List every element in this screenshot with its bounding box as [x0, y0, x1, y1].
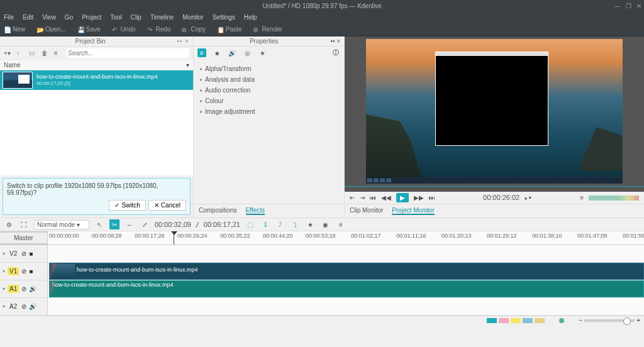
- new-folder-icon[interactable]: ▭: [29, 50, 36, 57]
- menu-edit[interactable]: Edit: [23, 14, 33, 21]
- cancel-button[interactable]: ✕ Cancel: [148, 200, 186, 211]
- panel-menu-icon[interactable]: •• ×: [330, 38, 340, 45]
- master-track-header[interactable]: Master: [0, 231, 48, 245]
- search-input[interactable]: [67, 48, 189, 58]
- color-tag[interactable]: [511, 318, 521, 323]
- selection-tool-icon[interactable]: ↖: [94, 219, 104, 229]
- track-header[interactable]: ▾V1⊘■: [0, 263, 48, 280]
- lift-icon[interactable]: ⤵: [291, 219, 301, 229]
- open-button[interactable]: 📂Open...: [36, 26, 66, 33]
- mute-icon[interactable]: ⊘: [21, 303, 26, 310]
- effect-category[interactable]: Image adjustment: [200, 106, 338, 117]
- switch-button[interactable]: ✓ Switch: [109, 200, 145, 211]
- mute-icon[interactable]: ⊘: [21, 250, 26, 257]
- mute-icon[interactable]: ⊘: [21, 268, 26, 275]
- zoom-in-icon[interactable]: +: [636, 317, 640, 324]
- edit-mode-select[interactable]: Normal mode ▾: [34, 220, 89, 229]
- fit-icon[interactable]: ⤢: [140, 219, 150, 229]
- color-tag[interactable]: [487, 318, 497, 323]
- zone-end-icon[interactable]: ⇥: [360, 194, 365, 201]
- info-icon[interactable]: ⓘ: [331, 48, 340, 57]
- color-tag[interactable]: [499, 318, 509, 323]
- tab-compositions[interactable]: Compositions: [199, 207, 237, 215]
- track-header[interactable]: ▾V2⊘■: [0, 245, 48, 262]
- insert-icon[interactable]: ⬚: [245, 219, 255, 229]
- color-tag[interactable]: [535, 318, 545, 323]
- play-button[interactable]: ▶: [396, 193, 409, 202]
- track-header[interactable]: ▾A1⊘🔊: [0, 280, 48, 297]
- audio-effects-icon[interactable]: 🔊: [228, 48, 236, 57]
- menu-help[interactable]: Help: [244, 14, 257, 21]
- menu-file[interactable]: File: [4, 14, 14, 21]
- fade-handle[interactable]: [50, 281, 57, 297]
- menu-settings[interactable]: Settings: [213, 14, 235, 21]
- audio-icon[interactable]: 🔊: [29, 285, 36, 292]
- tab-clip-monitor[interactable]: Clip Monitor: [350, 207, 383, 215]
- zoom-slider[interactable]: [584, 319, 635, 322]
- playhead[interactable]: [174, 231, 174, 245]
- paste-button[interactable]: 📋Paste: [217, 26, 242, 33]
- folder-up-icon[interactable]: ↑: [16, 50, 24, 57]
- overwrite-icon[interactable]: ↧: [260, 219, 270, 229]
- gear-icon[interactable]: ⚙: [4, 219, 14, 229]
- fade-handle[interactable]: [50, 263, 57, 280]
- effect-category[interactable]: Analysis and data: [200, 74, 338, 85]
- new-button[interactable]: 📄New: [4, 26, 25, 33]
- video-clip[interactable]: how-to-create-mount-and-burn-isos-in-lin…: [49, 263, 644, 280]
- audio-icon[interactable]: 🔊: [29, 303, 36, 310]
- project-monitor[interactable]: [345, 36, 644, 186]
- maximize-icon[interactable]: ❐: [626, 3, 631, 9]
- av-icon[interactable]: ⛶: [19, 219, 29, 229]
- track-body[interactable]: [48, 245, 644, 262]
- mute-icon[interactable]: ⊘: [21, 285, 26, 292]
- menu-view[interactable]: View: [42, 14, 56, 21]
- tab-effects[interactable]: Effects: [246, 207, 265, 215]
- menu-tool[interactable]: Tool: [110, 14, 121, 21]
- track-header[interactable]: ▾A2⊘🔊: [0, 298, 48, 315]
- zone-start-icon[interactable]: ⇤: [350, 194, 355, 201]
- zoom-out-icon[interactable]: −: [579, 317, 582, 324]
- effect-category[interactable]: Audio correction: [200, 85, 338, 96]
- bin-name-header[interactable]: Name▾: [0, 60, 193, 70]
- menu-timeline[interactable]: Timeline: [150, 14, 174, 21]
- copy-button[interactable]: ⧉Copy: [182, 26, 205, 33]
- track-body[interactable]: how-to-create-mount-and-burn-isos-in-lin…: [48, 280, 644, 297]
- redo-button[interactable]: ↷Redo: [147, 26, 171, 33]
- tab-project-monitor[interactable]: Project Monitor: [392, 207, 434, 215]
- custom-effects-icon[interactable]: ◎: [243, 48, 252, 57]
- rewind-icon[interactable]: ⏮: [370, 194, 376, 201]
- color-tag[interactable]: [523, 318, 533, 323]
- project-bin-list[interactable]: how-to-create-mount-and-burn-isos-in-lin…: [0, 70, 193, 175]
- forward-icon[interactable]: ⏭: [429, 194, 435, 201]
- monitor-menu-icon[interactable]: ≡: [580, 194, 584, 201]
- track-body[interactable]: how-to-create-mount-and-burn-isos-in-lin…: [48, 263, 644, 280]
- minimize-icon[interactable]: —: [614, 3, 621, 9]
- favorite-icon[interactable]: ★: [306, 219, 316, 229]
- list-icon[interactable]: ≡: [336, 219, 346, 229]
- extract-icon[interactable]: ⤴: [275, 219, 286, 229]
- menu-monitor[interactable]: Monitor: [182, 14, 203, 21]
- video-icon[interactable]: ■: [29, 268, 33, 275]
- view-icon[interactable]: ≡: [54, 50, 62, 57]
- monitor-ruler[interactable]: [345, 186, 644, 192]
- timeline-ruler[interactable]: Master 00:00:00;00 00:00:08;28 00:00:17;…: [0, 231, 644, 245]
- timeline-position[interactable]: 00:00:32,09 / 00:06:17,21: [155, 221, 240, 229]
- undo-button[interactable]: ↶Undo: [112, 26, 136, 33]
- favorite-effects-icon[interactable]: ★: [258, 48, 267, 57]
- video-icon[interactable]: ■: [29, 250, 33, 257]
- monitor-timecode[interactable]: 00:00:26:02 ▴▾: [483, 194, 532, 202]
- menu-project[interactable]: Project: [82, 14, 101, 21]
- track-body[interactable]: [48, 298, 644, 315]
- preview-render-icon[interactable]: ◉: [321, 219, 331, 229]
- effect-category[interactable]: Alpha/Transform: [200, 63, 338, 74]
- add-clip-icon[interactable]: +▾: [4, 50, 11, 57]
- video-effects-icon[interactable]: ■: [213, 48, 221, 57]
- menu-go[interactable]: Go: [65, 14, 73, 21]
- delete-icon[interactable]: 🗑: [42, 50, 49, 57]
- prev-frame-icon[interactable]: ◀◀: [381, 194, 391, 201]
- main-effects-icon[interactable]: ≡: [197, 48, 206, 57]
- save-button[interactable]: 💾Save: [77, 26, 101, 33]
- menu-clip[interactable]: Clip: [131, 14, 142, 21]
- render-button[interactable]: ⚙Render: [253, 26, 282, 33]
- ruler-ticks[interactable]: 00:00:00;00 00:00:08;28 00:00:17;26 00:0…: [48, 231, 644, 245]
